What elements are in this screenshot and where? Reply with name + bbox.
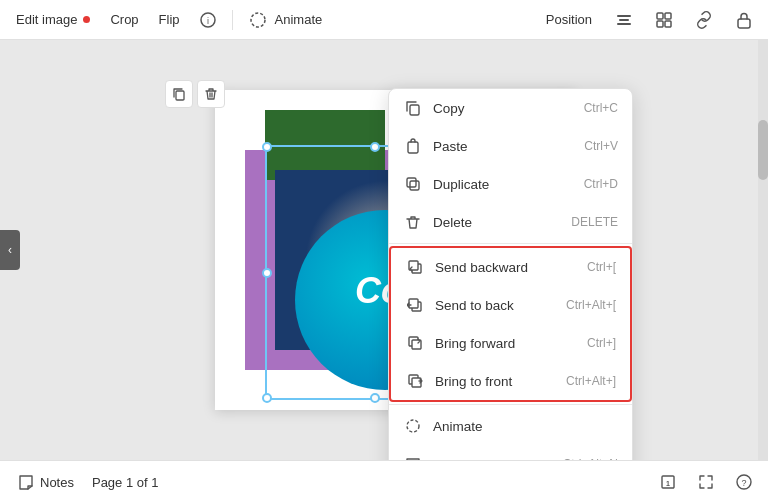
duplicate-menu-icon [403,174,423,194]
animate-menu-label: Animate [433,419,618,434]
red-dot-indicator [83,16,90,23]
menu-item-bring-forward[interactable]: Bring forward Ctrl+] [391,324,630,362]
copy-menu-icon [403,98,423,118]
layering-section: Send backward Ctrl+[ Send to back Ctrl+A… [389,246,632,402]
copy-float-button[interactable] [165,80,193,108]
crop-label: Crop [110,12,138,27]
menu-item-paste[interactable]: Paste Ctrl+V [389,127,632,165]
position-button[interactable]: Position [538,8,600,31]
link-icon-button[interactable] [688,4,720,36]
bring-forward-icon [405,333,425,353]
menu-item-bring-to-front[interactable]: Bring to front Ctrl+Alt+] [391,362,630,400]
send-to-back-icon [405,295,425,315]
duplicate-menu-shortcut: Ctrl+D [584,177,618,191]
top-toolbar: Edit image Crop Flip i Animate Position [0,0,768,40]
notes-button[interactable]: Notes [12,470,80,494]
svg-point-2 [251,13,265,27]
send-backward-label: Send backward [435,260,587,275]
edit-image-label: Edit image [16,12,77,27]
delete-menu-label: Delete [433,215,571,230]
svg-rect-11 [176,91,184,100]
comment-menu-label: Comment [433,457,563,461]
crop-button[interactable]: Crop [102,8,146,31]
handle-bot-mid[interactable] [370,393,380,403]
svg-rect-12 [410,105,419,115]
svg-text:i: i [207,16,209,26]
comment-menu-icon [403,454,423,460]
menu-item-send-to-back[interactable]: Send to back Ctrl+Alt+[ [391,286,630,324]
animate-button[interactable]: Animate [241,7,331,33]
flip-button[interactable]: Flip [151,8,188,31]
copy-menu-label: Copy [433,101,584,116]
delete-float-button[interactable] [197,80,225,108]
left-arrow-button[interactable]: ‹ [0,230,20,270]
menu-divider-2 [389,404,632,405]
menu-item-duplicate[interactable]: Duplicate Ctrl+D [389,165,632,203]
menu-item-copy[interactable]: Copy Ctrl+C [389,89,632,127]
bring-to-front-icon [405,371,425,391]
bottom-toolbar: Notes Page 1 of 1 1 ? [0,460,768,503]
send-backward-shortcut: Ctrl+[ [587,260,616,274]
paste-menu-icon [403,136,423,156]
send-to-back-shortcut: Ctrl+Alt+[ [566,298,616,312]
delete-menu-shortcut: DELETE [571,215,618,229]
svg-rect-8 [657,21,663,27]
handle-bot-left[interactable] [262,393,272,403]
svg-text:?: ? [741,478,746,488]
send-backward-icon [405,257,425,277]
svg-rect-5 [617,23,631,25]
info-icon: i [200,12,216,28]
svg-rect-6 [657,13,663,19]
menu-item-send-backward[interactable]: Send backward Ctrl+[ [391,248,630,286]
info-button[interactable]: i [192,4,224,36]
help-button[interactable]: ? [728,466,760,498]
animate-icon [249,11,267,29]
notes-label: Notes [40,475,74,490]
edit-image-button[interactable]: Edit image [8,8,98,31]
lock-icon [736,11,752,29]
delete-menu-icon [403,212,423,232]
menu-divider-1 [389,243,632,244]
grid-icon [655,11,673,29]
bottom-right: 1 ? [652,466,760,498]
toolbar-right: Position [538,4,760,36]
page-thumbnail-icon: 1 [659,473,677,491]
svg-rect-14 [410,181,419,190]
menu-item-animate[interactable]: Animate [389,407,632,445]
bring-forward-shortcut: Ctrl+] [587,336,616,350]
fullscreen-button[interactable] [690,466,722,498]
align-icon [615,11,633,29]
bring-forward-label: Bring forward [435,336,587,351]
svg-text:1: 1 [666,480,670,487]
svg-rect-19 [409,299,418,308]
canvas-area: Co ↻ ‹ [0,40,768,460]
copy-menu-shortcut: Ctrl+C [584,101,618,115]
help-icon: ? [735,473,753,491]
copy-float-icon [172,87,186,101]
paste-menu-shortcut: Ctrl+V [584,139,618,153]
page-thumbnail-button[interactable]: 1 [652,466,684,498]
toolbar-left: Edit image Crop Flip i Animate [8,4,330,36]
paste-menu-label: Paste [433,139,584,154]
right-scrollbar[interactable] [758,40,768,460]
svg-point-24 [407,420,419,432]
page-info: Page 1 of 1 [92,475,159,490]
grid-icon-button[interactable] [648,4,680,36]
bring-to-front-label: Bring to front [435,374,566,389]
svg-rect-13 [408,142,418,153]
animate-menu-icon [403,416,423,436]
flip-label: Flip [159,12,180,27]
align-icon-button[interactable] [608,4,640,36]
menu-item-delete[interactable]: Delete DELETE [389,203,632,241]
animate-label: Animate [275,12,323,27]
link-icon [695,11,713,29]
toolbar-divider [232,10,233,30]
svg-rect-9 [665,21,671,27]
menu-item-comment[interactable]: Comment Ctrl+Alt+N [389,445,632,460]
send-to-back-label: Send to back [435,298,566,313]
lock-icon-button[interactable] [728,4,760,36]
bring-to-front-shortcut: Ctrl+Alt+] [566,374,616,388]
bottom-left: Notes Page 1 of 1 [12,470,158,494]
svg-rect-3 [617,15,631,17]
scrollbar-thumb[interactable] [758,120,768,180]
